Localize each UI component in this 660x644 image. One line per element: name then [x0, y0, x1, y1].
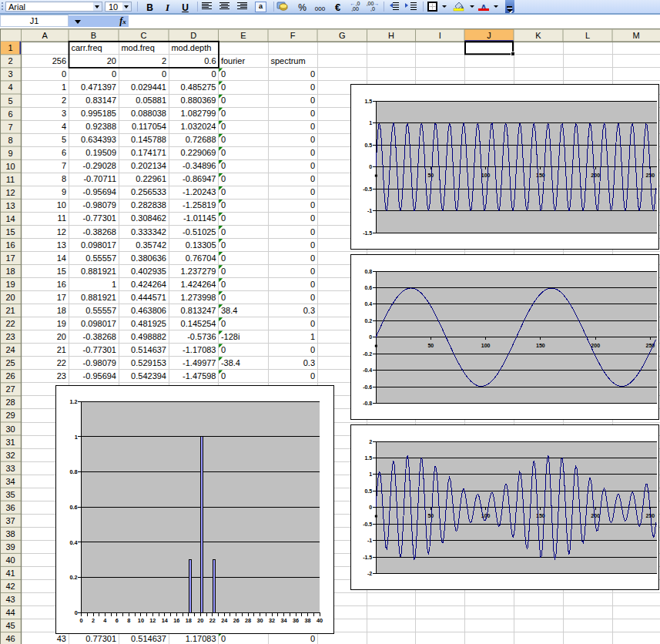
- svg-text:18: 18: [5, 267, 15, 276]
- svg-text:7: 7: [8, 122, 12, 132]
- svg-text:8: 8: [62, 174, 66, 183]
- svg-text:-0.8: -0.8: [363, 401, 372, 406]
- svg-text:0: 0: [221, 280, 226, 289]
- svg-text:0: 0: [310, 161, 315, 170]
- svg-text:0.880369: 0.880369: [181, 96, 216, 105]
- svg-text:0: 0: [221, 161, 226, 170]
- svg-text:0.542394: 0.542394: [131, 371, 166, 381]
- svg-text:9: 9: [8, 149, 12, 158]
- svg-text:0.498882: 0.498882: [131, 332, 166, 341]
- svg-text:15: 15: [5, 227, 15, 236]
- svg-text:18: 18: [57, 306, 66, 315]
- svg-text:27: 27: [5, 384, 15, 394]
- svg-text:0: 0: [211, 69, 216, 79]
- svg-text:1.5: 1.5: [364, 99, 372, 104]
- svg-text:0.19509: 0.19509: [85, 148, 116, 157]
- svg-text:14: 14: [5, 214, 15, 223]
- svg-text:0.13305: 0.13305: [186, 240, 216, 250]
- svg-text:K: K: [535, 31, 541, 40]
- svg-text:0.380636: 0.380636: [131, 253, 166, 263]
- svg-text:0: 0: [310, 109, 315, 118]
- svg-text:0: 0: [310, 213, 315, 223]
- svg-text:16: 16: [173, 617, 179, 624]
- svg-text:34: 34: [281, 617, 288, 624]
- svg-text:200: 200: [591, 173, 600, 178]
- svg-text:20: 20: [5, 293, 15, 302]
- svg-text:38.4: 38.4: [221, 306, 237, 315]
- svg-text:50: 50: [427, 173, 434, 178]
- svg-text:0: 0: [221, 200, 226, 210]
- svg-text:0: 0: [112, 69, 116, 79]
- svg-text:0: 0: [310, 82, 315, 92]
- svg-text:0.5: 0.5: [364, 143, 372, 148]
- svg-text:0: 0: [221, 109, 226, 118]
- svg-text:L: L: [585, 31, 590, 40]
- svg-text:22: 22: [209, 617, 216, 624]
- svg-text:-2: -2: [367, 571, 372, 576]
- svg-text:mod.freq: mod.freq: [121, 43, 154, 52]
- svg-text:0.6: 0.6: [364, 285, 372, 290]
- svg-text:4: 4: [62, 122, 66, 131]
- svg-text:0.813247: 0.813247: [181, 306, 216, 315]
- svg-text:1: 1: [75, 434, 78, 441]
- svg-text:-1.01145: -1.01145: [183, 213, 216, 223]
- svg-text:1.082799: 1.082799: [181, 109, 216, 118]
- svg-text:30: 30: [5, 424, 15, 434]
- svg-text:0.485275: 0.485275: [181, 82, 216, 92]
- svg-text:0.55557: 0.55557: [85, 253, 116, 263]
- svg-text:1: 1: [62, 82, 66, 92]
- svg-text:0: 0: [369, 334, 372, 340]
- svg-text:14: 14: [57, 253, 66, 263]
- svg-text:-0.95694: -0.95694: [83, 187, 116, 196]
- svg-text:17: 17: [5, 253, 15, 263]
- svg-text:19: 19: [5, 280, 15, 289]
- svg-text:J: J: [487, 31, 491, 40]
- svg-text:32: 32: [269, 617, 275, 624]
- svg-text:1: 1: [8, 43, 12, 52]
- svg-text:50: 50: [427, 513, 434, 518]
- svg-text:-0.6: -0.6: [363, 384, 372, 390]
- svg-text:-1: -1: [367, 538, 372, 543]
- svg-text:28: 28: [5, 397, 15, 407]
- svg-text:100: 100: [481, 173, 491, 178]
- svg-text:20: 20: [57, 332, 66, 341]
- svg-text:0: 0: [221, 174, 226, 183]
- svg-text:0.35742: 0.35742: [136, 240, 166, 250]
- svg-text:carr.freq: carr.freq: [71, 43, 102, 52]
- svg-text:0: 0: [310, 227, 315, 236]
- svg-text:28: 28: [245, 617, 251, 624]
- svg-text:-0.77301: -0.77301: [83, 213, 116, 223]
- svg-text:13: 13: [57, 240, 66, 250]
- svg-text:0: 0: [221, 135, 226, 144]
- svg-text:0.424264: 0.424264: [131, 280, 166, 289]
- svg-text:0: 0: [310, 240, 315, 250]
- svg-text:0: 0: [310, 345, 315, 354]
- svg-text:45: 45: [5, 621, 15, 630]
- svg-text:36: 36: [293, 617, 299, 624]
- svg-text:38: 38: [5, 529, 15, 538]
- svg-text:0: 0: [62, 69, 66, 79]
- svg-text:11: 11: [6, 175, 15, 184]
- svg-text:-0.34896: -0.34896: [183, 161, 216, 170]
- svg-text:-0.4: -0.4: [363, 367, 372, 373]
- svg-text:200: 200: [591, 513, 600, 518]
- svg-text:0.402935: 0.402935: [131, 267, 166, 276]
- svg-text:0.2: 0.2: [70, 574, 78, 581]
- svg-text:0: 0: [310, 174, 315, 183]
- svg-text:6: 6: [62, 148, 66, 157]
- svg-text:41: 41: [5, 569, 15, 578]
- svg-text:23: 23: [57, 371, 66, 381]
- svg-text:0: 0: [221, 227, 226, 236]
- svg-text:0.463806: 0.463806: [131, 306, 166, 315]
- svg-text:0.098017: 0.098017: [81, 319, 116, 328]
- svg-text:0.8: 0.8: [70, 468, 78, 475]
- svg-text:-1.25819: -1.25819: [183, 200, 216, 210]
- svg-text:1.424264: 1.424264: [181, 280, 216, 289]
- svg-text:0: 0: [221, 82, 226, 92]
- svg-text:-0.98079: -0.98079: [83, 358, 116, 367]
- svg-text:1.17083: 1.17083: [186, 634, 216, 643]
- svg-text:21: 21: [5, 306, 15, 315]
- svg-text:1.2: 1.2: [70, 398, 78, 405]
- svg-text:H: H: [388, 31, 394, 40]
- svg-text:0.098017: 0.098017: [81, 240, 116, 250]
